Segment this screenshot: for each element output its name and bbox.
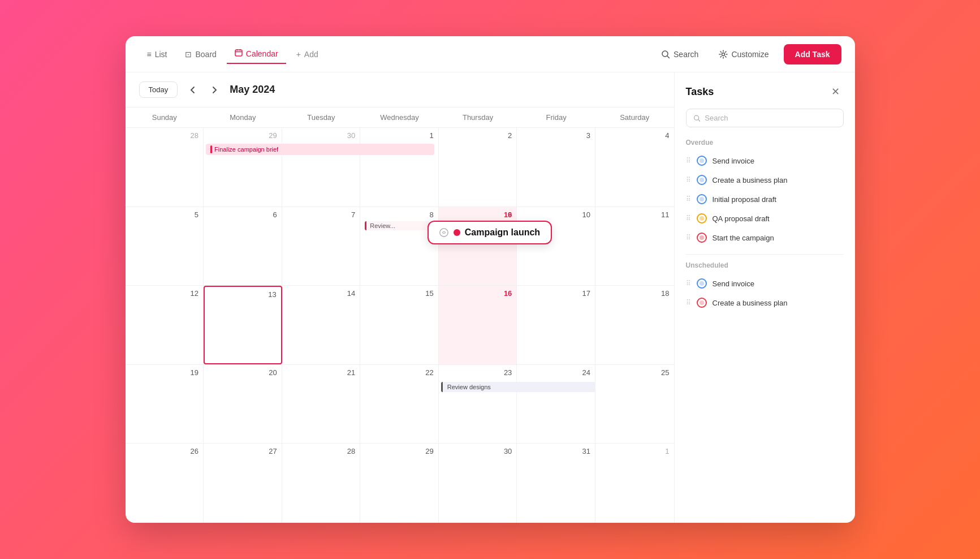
drag-handle-5[interactable]: ⠿ bbox=[686, 234, 691, 242]
drag-handle-3[interactable]: ⠿ bbox=[686, 195, 691, 203]
date-15-may: 15 bbox=[365, 289, 434, 298]
date-21-may: 21 bbox=[287, 368, 356, 377]
event-finalize-campaign[interactable]: Finalize campaign brief bbox=[206, 144, 434, 155]
cell-13-may[interactable]: 13 bbox=[204, 286, 282, 364]
cell-24-may[interactable]: 24 bbox=[517, 365, 595, 444]
task-business-plan-unscheduled[interactable]: ⠿ Create a business plan bbox=[686, 293, 844, 312]
date-11-may: 11 bbox=[600, 210, 670, 219]
task-send-invoice-unscheduled[interactable]: ⠿ Send invoice bbox=[686, 274, 844, 293]
cell-8-may[interactable]: 8 Review... bbox=[360, 207, 439, 286]
svg-line-9 bbox=[698, 119, 700, 121]
cell-1-jun[interactable]: 1 bbox=[595, 444, 674, 523]
tab-calendar[interactable]: Calendar bbox=[227, 44, 286, 64]
month-year-title: May 2024 bbox=[230, 84, 275, 96]
tab-add[interactable]: + Add bbox=[288, 45, 326, 63]
tasks-search-input[interactable] bbox=[705, 114, 836, 122]
tasks-divider bbox=[686, 254, 844, 255]
task-send-invoice-overdue[interactable]: ⠿ Send invoice bbox=[686, 151, 844, 170]
drag-handle-2[interactable]: ⠿ bbox=[686, 176, 691, 184]
date-19-may: 19 bbox=[130, 368, 199, 377]
next-month-button[interactable] bbox=[207, 82, 223, 98]
svg-rect-0 bbox=[235, 50, 242, 56]
cell-3-may[interactable]: 3 bbox=[517, 128, 595, 207]
cell-26-may[interactable]: 26 bbox=[126, 444, 204, 523]
cell-20-may[interactable]: 20 bbox=[204, 365, 282, 444]
tab-add-label: Add bbox=[304, 50, 318, 59]
cell-23-may[interactable]: 23 Review designs bbox=[439, 365, 517, 444]
task-name-3: Initial proposal draft bbox=[713, 195, 776, 204]
drag-handle-4[interactable]: ⠿ bbox=[686, 214, 691, 222]
task-proposal-draft-overdue[interactable]: ⠿ Initial proposal draft bbox=[686, 190, 844, 209]
task-name-5: Start the campaign bbox=[713, 234, 774, 242]
task-business-plan-overdue[interactable]: ⠿ Create a business plan bbox=[686, 170, 844, 190]
cell-12-may[interactable]: 12 bbox=[126, 286, 204, 364]
cell-7-may[interactable]: 7 bbox=[282, 207, 361, 286]
date-1-may: 1 bbox=[365, 131, 434, 140]
cell-1-may[interactable]: 1 bbox=[360, 128, 439, 207]
cell-21-may[interactable]: 21 bbox=[282, 365, 361, 444]
cell-6-may[interactable]: 6 bbox=[204, 207, 282, 286]
cell-30-apr[interactable]: 30 bbox=[282, 128, 361, 207]
tasks-panel-title: Tasks bbox=[686, 86, 714, 98]
date-29-apr: 29 bbox=[208, 131, 277, 140]
drag-handle-6[interactable]: ⠿ bbox=[686, 280, 691, 287]
tab-list[interactable]: ≡ List bbox=[139, 45, 175, 63]
date-30-apr: 30 bbox=[287, 131, 356, 140]
calendar-icon bbox=[235, 49, 243, 58]
cell-30-may[interactable]: 30 bbox=[439, 444, 517, 523]
cell-11-may[interactable]: 11 bbox=[595, 207, 674, 286]
chevron-left-icon bbox=[189, 86, 195, 94]
tab-board-label: Board bbox=[195, 50, 216, 59]
add-task-button[interactable]: Add Task bbox=[784, 44, 841, 64]
task-qa-proposal-overdue[interactable]: ⠿ QA proposal draft bbox=[686, 209, 844, 228]
settings-adjust-icon bbox=[439, 227, 449, 238]
cell-28-apr[interactable]: 28 bbox=[126, 128, 204, 207]
search-button[interactable]: Search bbox=[655, 46, 704, 62]
cell-14-may[interactable]: 14 bbox=[282, 286, 361, 364]
tab-board[interactable]: ⊡ Board bbox=[177, 45, 224, 63]
cell-17-may[interactable]: 17 bbox=[517, 286, 595, 364]
prev-month-button[interactable] bbox=[184, 82, 200, 98]
task-icon-1 bbox=[697, 156, 707, 166]
customize-button[interactable]: Customize bbox=[713, 46, 774, 62]
cell-16-may[interactable]: 16 bbox=[439, 286, 517, 364]
task-icon-5 bbox=[697, 233, 707, 243]
cell-25-may[interactable]: 25 bbox=[595, 365, 674, 444]
event-review[interactable]: Review... bbox=[365, 221, 434, 230]
cell-15-may[interactable]: 15 bbox=[360, 286, 439, 364]
campaign-launch-label: Campaign launch bbox=[465, 227, 540, 238]
cell-31-may[interactable]: 31 bbox=[517, 444, 595, 523]
cell-22-may[interactable]: 22 bbox=[360, 365, 439, 444]
header-actions: Search Customize Add Task bbox=[655, 44, 841, 64]
task-icon-7 bbox=[697, 298, 707, 308]
date-28-may: 28 bbox=[287, 447, 356, 455]
header: ≡ List ⊡ Board Calendar + bbox=[126, 36, 855, 72]
today-label: Today bbox=[149, 85, 169, 94]
date-3-may: 3 bbox=[521, 131, 590, 140]
cell-28-may[interactable]: 28 bbox=[282, 444, 361, 523]
cell-10-may[interactable]: 10 bbox=[517, 207, 595, 286]
campaign-launch-popup[interactable]: Campaign launch bbox=[428, 221, 552, 244]
cell-9-may[interactable]: 9 Campaign launch bbox=[439, 207, 517, 286]
drag-handle-7[interactable]: ⠿ bbox=[686, 299, 691, 307]
cell-4-may[interactable]: 4 bbox=[595, 128, 674, 207]
cell-5-may[interactable]: 5 bbox=[126, 207, 204, 286]
close-tasks-button[interactable]: ✕ bbox=[828, 84, 844, 100]
task-name-2: Create a business plan bbox=[713, 176, 788, 184]
week-2: 5 6 7 8 Review... bbox=[126, 207, 674, 286]
cell-29-apr[interactable]: 29 Finalize campaign brief bbox=[204, 128, 282, 207]
tasks-search-container[interactable] bbox=[686, 109, 844, 127]
date-24-may: 24 bbox=[521, 368, 590, 377]
event-finalize-label: Finalize campaign brief bbox=[214, 146, 278, 153]
chevron-right-icon bbox=[212, 86, 218, 94]
drag-handle-1[interactable]: ⠿ bbox=[686, 157, 691, 165]
event-review-designs[interactable]: Review designs bbox=[441, 382, 596, 392]
task-start-campaign-overdue[interactable]: ⠿ Start the campaign bbox=[686, 228, 844, 247]
close-icon: ✕ bbox=[831, 85, 840, 98]
cell-2-may[interactable]: 2 bbox=[439, 128, 517, 207]
cell-19-may[interactable]: 19 bbox=[126, 365, 204, 444]
cell-27-may[interactable]: 27 bbox=[204, 444, 282, 523]
today-button[interactable]: Today bbox=[139, 81, 178, 98]
cell-18-may[interactable]: 18 bbox=[595, 286, 674, 364]
cell-29-may[interactable]: 29 bbox=[360, 444, 439, 523]
